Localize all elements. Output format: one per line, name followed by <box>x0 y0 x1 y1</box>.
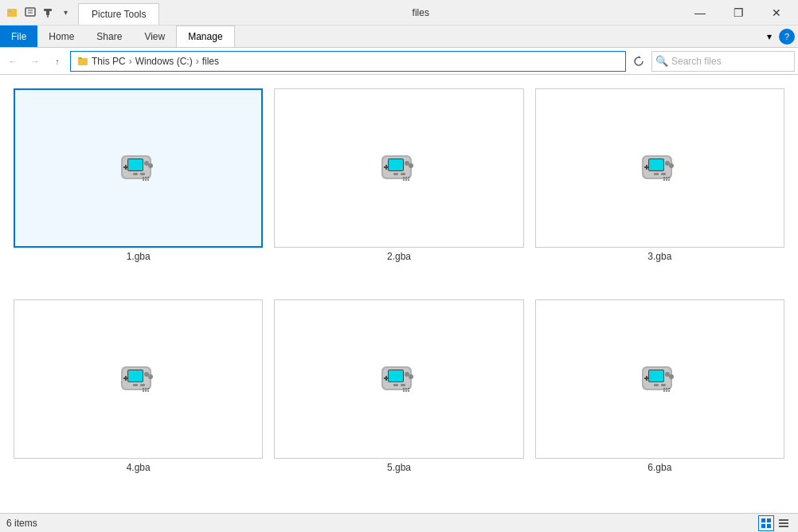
breadcrumb-files: files <box>202 56 219 67</box>
svg-point-68 <box>147 388 149 389</box>
up-button[interactable]: ↑ <box>48 52 67 71</box>
svg-point-98 <box>663 388 665 389</box>
svg-point-14 <box>144 161 149 166</box>
svg-rect-65 <box>140 384 145 386</box>
quick-access-icon[interactable] <box>24 6 37 19</box>
pin-icon[interactable] <box>41 6 54 19</box>
svg-rect-64 <box>133 384 138 386</box>
main-content: 1.gba 2.gba <box>0 75 798 513</box>
svg-rect-49 <box>661 173 666 175</box>
tab-file[interactable]: File <box>0 25 37 47</box>
details-view-button[interactable] <box>776 515 792 531</box>
svg-point-52 <box>668 177 670 178</box>
svg-rect-107 <box>767 524 771 528</box>
svg-rect-16 <box>133 173 138 175</box>
svg-point-53 <box>663 179 665 181</box>
restore-button[interactable]: ❐ <box>720 0 757 25</box>
svg-point-54 <box>666 179 667 181</box>
ribbon-collapse[interactable]: ▾ <box>761 29 777 45</box>
search-box[interactable]: 🔍 Search files <box>651 51 795 72</box>
svg-point-102 <box>666 390 667 392</box>
svg-point-94 <box>665 372 670 377</box>
svg-point-63 <box>148 374 153 379</box>
file-grid: 1.gba 2.gba <box>0 75 798 513</box>
svg-rect-97 <box>661 384 666 386</box>
back-button[interactable]: ← <box>3 52 22 71</box>
item-count: 6 items <box>6 518 37 529</box>
tab-home[interactable]: Home <box>37 25 85 47</box>
svg-point-66 <box>143 388 144 389</box>
svg-rect-3 <box>44 9 52 11</box>
file-item[interactable]: 3.gba <box>534 88 785 289</box>
file-thumbnail <box>274 299 523 459</box>
picture-tools-label: Picture Tools <box>92 9 146 20</box>
svg-rect-106 <box>761 524 765 528</box>
file-name: 5.gba <box>387 462 411 473</box>
svg-point-103 <box>668 390 670 392</box>
svg-point-51 <box>666 177 667 178</box>
svg-rect-105 <box>767 518 771 522</box>
svg-rect-1 <box>9 10 11 12</box>
svg-point-83 <box>405 388 407 389</box>
file-item[interactable]: 6.gba <box>534 299 785 500</box>
svg-point-37 <box>403 179 405 181</box>
svg-point-55 <box>668 179 670 181</box>
help-icon[interactable]: ? <box>779 29 795 45</box>
svg-point-100 <box>668 388 670 389</box>
svg-point-39 <box>408 179 409 181</box>
svg-point-34 <box>403 177 405 178</box>
svg-point-85 <box>403 390 405 392</box>
svg-point-67 <box>145 388 147 389</box>
svg-rect-7 <box>78 57 82 59</box>
svg-rect-96 <box>654 384 659 386</box>
address-path[interactable]: This PC › Windows (C:) › files <box>70 51 626 72</box>
view-buttons <box>758 515 792 531</box>
minimize-button[interactable]: — <box>682 0 718 25</box>
large-icons-view-button[interactable] <box>758 515 774 531</box>
picture-tools-tab[interactable]: Picture Tools <box>78 3 159 25</box>
file-name: 3.gba <box>647 251 671 262</box>
search-placeholder: Search files <box>671 56 722 67</box>
svg-rect-29 <box>385 165 387 170</box>
svg-rect-109 <box>779 522 788 524</box>
folder-icon <box>77 56 88 67</box>
tab-share[interactable]: Share <box>85 25 133 47</box>
tab-manage[interactable]: Manage <box>176 25 234 47</box>
file-thumbnail <box>274 88 523 248</box>
title-bar: ▾ Picture Tools files — ❐ ✕ <box>0 0 798 25</box>
forward-button[interactable]: → <box>25 52 45 71</box>
svg-point-20 <box>147 177 149 178</box>
svg-point-70 <box>145 390 147 392</box>
details-icon <box>778 518 789 529</box>
svg-point-101 <box>663 390 665 392</box>
file-item[interactable]: 4.gba <box>13 299 264 500</box>
svg-rect-6 <box>78 58 88 65</box>
file-item[interactable]: 1.gba <box>13 88 264 289</box>
refresh-button[interactable] <box>629 52 648 71</box>
address-bar: ← → ↑ This PC › Windows (C:) › files 🔍 S… <box>0 48 798 75</box>
svg-rect-33 <box>401 173 405 175</box>
dropdown-icon[interactable]: ▾ <box>59 6 72 19</box>
file-thumbnail <box>14 88 263 248</box>
tab-view[interactable]: View <box>133 25 176 47</box>
svg-point-23 <box>147 179 149 181</box>
svg-point-19 <box>145 177 147 178</box>
file-thumbnail <box>535 88 784 248</box>
close-button[interactable]: ✕ <box>758 0 795 25</box>
svg-point-18 <box>143 177 144 178</box>
svg-point-79 <box>409 374 413 379</box>
svg-point-31 <box>409 163 413 168</box>
large-icons-icon <box>761 518 772 529</box>
svg-rect-75 <box>389 370 403 381</box>
svg-rect-43 <box>649 159 663 170</box>
svg-point-82 <box>403 388 405 389</box>
breadcrumb-sep-1: › <box>129 56 132 67</box>
file-name: 4.gba <box>127 462 151 473</box>
svg-point-87 <box>408 390 409 392</box>
file-item[interactable]: 5.gba <box>273 299 524 500</box>
title-bar-icons: ▾ <box>0 0 78 25</box>
ribbon-tabs: File Home Share View Manage ▾ ? <box>0 25 798 48</box>
svg-rect-91 <box>649 370 663 381</box>
file-item[interactable]: 2.gba <box>273 88 524 289</box>
file-thumbnail <box>535 299 784 459</box>
